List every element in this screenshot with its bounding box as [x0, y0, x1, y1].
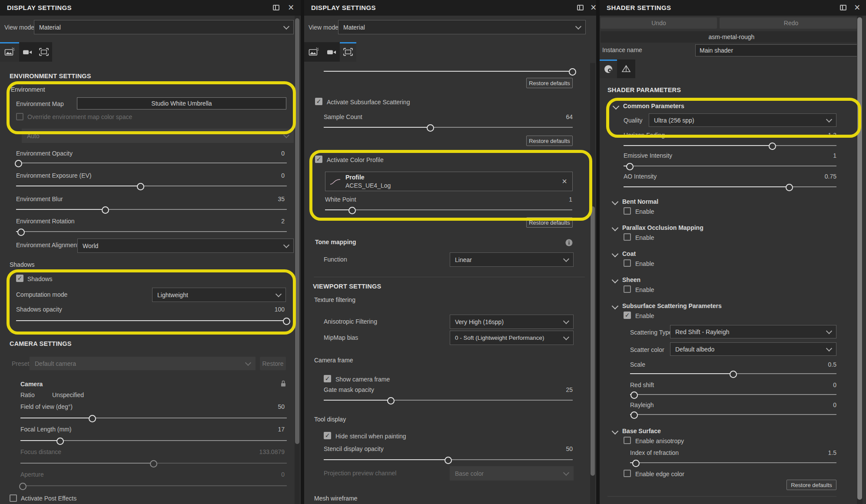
enable-edge-color-checkbox[interactable] — [624, 470, 631, 477]
white-point-slider[interactable] — [325, 207, 572, 213]
override-colorspace-checkbox[interactable] — [16, 113, 23, 120]
slider-handle[interactable] — [427, 124, 434, 132]
close-icon[interactable]: × — [288, 3, 294, 12]
activate-subsurface-scattering-checkbox[interactable] — [315, 98, 322, 105]
restore-defaults-button[interactable]: Restore defaults — [526, 217, 573, 228]
slider-handle[interactable] — [102, 206, 109, 214]
tab-viewport[interactable] — [340, 42, 356, 62]
rayleigh-slider[interactable] — [630, 411, 836, 418]
colorspace-dropdown[interactable]: Auto — [22, 129, 294, 143]
restore-button[interactable]: Restore — [260, 357, 286, 370]
scrollbar-thumb[interactable] — [295, 18, 299, 444]
emissive-intensity-slider[interactable] — [624, 163, 836, 169]
close-icon[interactable]: × — [591, 3, 596, 12]
clear-profile-icon[interactable]: × — [562, 176, 567, 186]
dock-layout-icon[interactable] — [840, 5, 846, 10]
view-mode-dropdown[interactable]: Material — [34, 20, 294, 34]
scrollbar-thumb[interactable] — [857, 17, 862, 500]
accumulations-slider[interactable] — [324, 68, 573, 74]
mipmap-bias-dropdown[interactable]: 0 - Soft (Lightweight Performance) — [450, 331, 574, 345]
quality-dropdown[interactable]: Ultra (256 spp) — [649, 113, 836, 127]
chevron-down-icon[interactable] — [612, 428, 619, 435]
environment-exposure-slider[interactable] — [16, 183, 287, 189]
slider-handle[interactable] — [387, 397, 395, 405]
tab-viewport[interactable] — [36, 42, 52, 62]
environment-blur-slider[interactable] — [16, 206, 287, 212]
restore-defaults-button[interactable]: Restore defaults — [526, 78, 573, 88]
bent-normal-enable-checkbox[interactable] — [624, 207, 631, 215]
scattering-type-dropdown[interactable]: Red Shift - Rayleigh — [670, 325, 836, 338]
chevron-down-icon[interactable] — [612, 225, 619, 232]
redo-button[interactable]: Redo — [720, 17, 863, 29]
tab-environment[interactable] — [0, 42, 19, 62]
slider-handle[interactable] — [730, 371, 737, 378]
restore-defaults-button[interactable]: Restore defaults — [526, 136, 573, 146]
slider-handle[interactable] — [89, 415, 96, 422]
tab-geometry-shader[interactable] — [617, 60, 635, 78]
slider-handle[interactable] — [786, 184, 793, 191]
sheen-group-label[interactable]: Sheen — [622, 276, 640, 283]
slider-handle[interactable] — [283, 318, 290, 325]
bent-normal-group-label[interactable]: Bent Normal — [622, 198, 658, 205]
slider-handle[interactable] — [137, 183, 144, 190]
enable-anisotropy-checkbox[interactable] — [624, 437, 631, 444]
environment-alignment-dropdown[interactable]: World — [77, 239, 294, 253]
chevron-down-icon[interactable] — [612, 251, 619, 258]
slider-handle[interactable] — [15, 160, 22, 167]
stencil-display-opacity-slider[interactable] — [324, 457, 573, 463]
close-icon[interactable]: × — [854, 3, 860, 12]
tab-camera[interactable] — [323, 42, 340, 62]
base-surface-group-label[interactable]: Base Surface — [622, 428, 661, 434]
slider-handle[interactable] — [445, 457, 452, 464]
hide-stencil-checkbox[interactable] — [324, 432, 331, 439]
slider-handle[interactable] — [19, 483, 27, 490]
ao-intensity-slider[interactable] — [624, 184, 836, 190]
coat-enable-checkbox[interactable] — [624, 259, 631, 267]
field-of-view-slider[interactable] — [20, 415, 287, 421]
slider-handle[interactable] — [569, 68, 576, 76]
show-camera-frame-checkbox[interactable] — [324, 375, 331, 382]
sample-count-slider[interactable] — [324, 124, 573, 130]
tab-camera[interactable] — [19, 42, 36, 62]
tab-material-shader[interactable] — [600, 60, 617, 78]
dock-layout-icon[interactable] — [577, 5, 584, 10]
chevron-down-icon[interactable] — [613, 103, 620, 110]
chevron-down-icon[interactable] — [612, 277, 619, 284]
restore-defaults-button[interactable]: Restore defaults — [786, 480, 836, 490]
instance-name-input[interactable] — [695, 44, 863, 56]
scatter-color-dropdown[interactable]: Default albedo — [670, 342, 836, 356]
slider-handle[interactable] — [348, 207, 356, 214]
red-shift-slider[interactable] — [630, 391, 836, 398]
slider-handle[interactable] — [630, 391, 638, 399]
sss-group-label[interactable]: Subsurface Scattering Parameters — [622, 302, 722, 309]
anisotropic-filtering-dropdown[interactable]: Very High (16spp) — [450, 315, 574, 329]
projection-preview-channel-dropdown[interactable]: Base color — [450, 466, 574, 481]
activate-color-profile-checkbox[interactable] — [315, 156, 322, 163]
chevron-down-icon[interactable] — [612, 199, 619, 206]
preset-dropdown[interactable]: Default camera — [30, 357, 255, 370]
chevron-down-icon[interactable] — [612, 303, 619, 310]
shadows-opacity-slider[interactable] — [16, 318, 287, 324]
environment-rotation-slider[interactable] — [16, 229, 287, 235]
view-mode-dropdown[interactable]: Material — [338, 20, 586, 34]
shadows-checkbox[interactable] — [16, 275, 23, 282]
activate-post-effects-checkbox[interactable] — [10, 494, 17, 502]
gate-mask-opacity-slider[interactable] — [324, 397, 573, 403]
scrollbar-track[interactable] — [590, 63, 595, 504]
focal-length-slider[interactable] — [20, 438, 287, 444]
common-parameters-group-label[interactable]: Common Parameters — [623, 103, 684, 109]
parallax-group-label[interactable]: Parallax Occlusion Mapping — [622, 224, 703, 231]
coat-group-label[interactable]: Coat — [622, 250, 636, 257]
slider-handle[interactable] — [626, 163, 634, 170]
focus-distance-slider[interactable] — [20, 460, 287, 466]
dock-layout-icon[interactable] — [273, 5, 279, 10]
scrollbar-track[interactable] — [295, 16, 300, 504]
undo-button[interactable]: Undo — [601, 17, 717, 29]
parallax-enable-checkbox[interactable] — [624, 233, 631, 241]
environment-opacity-slider[interactable] — [16, 160, 287, 166]
index-of-refraction-slider[interactable] — [630, 460, 836, 466]
slider-handle[interactable] — [769, 143, 776, 150]
color-profile-widget[interactable]: Profile ACES_UE4_Log × — [325, 172, 573, 191]
slider-handle[interactable] — [630, 411, 638, 419]
sss-enable-checkbox[interactable] — [624, 312, 631, 319]
